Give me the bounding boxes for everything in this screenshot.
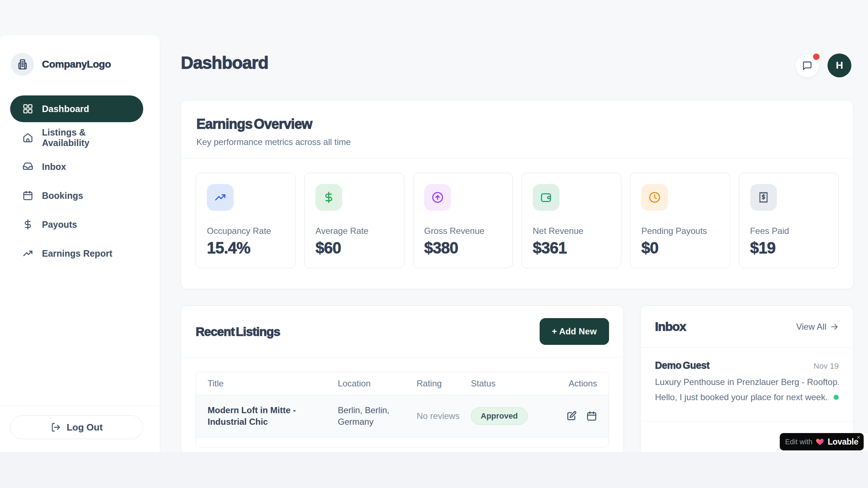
- earnings-title: Earnings Overview: [196, 116, 838, 132]
- sidebar-item-earnings-report[interactable]: Earnings Report: [10, 240, 143, 267]
- metric-net-revenue: Net Revenue $361: [522, 173, 621, 268]
- layout-grid-icon: [22, 103, 33, 114]
- arrow-right-icon: [830, 322, 839, 331]
- table-header-row: Title Location Rating Status Actions: [196, 372, 609, 395]
- sidebar-item-bookings[interactable]: Bookings: [10, 182, 143, 209]
- inbox-card: Inbox View All Demo Guest Nov 19 Luxury …: [640, 305, 854, 452]
- lovable-badge[interactable]: Edit with Lovable ×: [780, 433, 864, 450]
- app-viewport: CompanyLogo Dashboard Listings & Availab…: [0, 0, 868, 488]
- status-badge: Approved: [471, 407, 528, 425]
- column-header-status: Status: [471, 378, 558, 389]
- sidebar-spacer: [0, 267, 160, 406]
- trending-up-icon: [22, 248, 33, 259]
- sidebar-item-label: Bookings: [42, 191, 83, 201]
- arrow-up-circle-icon: [424, 184, 451, 211]
- message-date: Nov 19: [813, 361, 839, 371]
- earnings-subtitle: Key performance metrics across all time: [196, 137, 838, 147]
- logo-text: CompanyLogo: [42, 59, 111, 70]
- metric-label: Average Rate: [315, 226, 393, 236]
- sidebar-item-dashboard[interactable]: Dashboard: [10, 95, 143, 122]
- close-icon[interactable]: ×: [856, 434, 860, 441]
- metric-label: Fees Paid: [750, 226, 827, 236]
- recent-listings-header: Recent Listings + Add New: [181, 306, 624, 358]
- listing-location: Berlin, Berlin, Germany: [338, 404, 417, 428]
- metric-value: $361: [533, 239, 610, 257]
- column-header-rating: Rating: [417, 378, 471, 389]
- chat-bubble-icon: [802, 61, 812, 71]
- edit-icon[interactable]: [566, 411, 577, 421]
- metric-value: $380: [424, 239, 502, 257]
- unread-dot: [834, 395, 839, 400]
- listings-table: Title Location Rating Status Actions Mod…: [196, 372, 609, 448]
- metric-label: Occupancy Rate: [207, 226, 284, 236]
- sidebar-item-label: Listings & Availability: [42, 127, 131, 148]
- inbox-message-item[interactable]: Demo Guest Nov 19 Luxury Penthouse in Pr…: [641, 348, 853, 421]
- listing-status: Approved: [471, 407, 558, 425]
- inbox-icon: [22, 161, 33, 172]
- sidebar-item-label: Earnings Report: [42, 248, 112, 259]
- lovable-heart-icon: [816, 437, 824, 446]
- column-header-title: Title: [208, 378, 338, 389]
- sidebar-item-payouts[interactable]: Payouts: [10, 211, 143, 238]
- metrics-grid: Occupancy Rate 15.4% Average Rate $60 Gr…: [181, 158, 853, 283]
- wallet-icon: [533, 184, 559, 211]
- avatar[interactable]: H: [827, 53, 851, 77]
- metric-value: $19: [750, 239, 827, 257]
- sidebar-item-label: Payouts: [42, 219, 77, 230]
- calendar-icon: [22, 190, 33, 201]
- logout-button[interactable]: Log Out: [10, 415, 143, 439]
- metric-pending-payouts: Pending Payouts $0: [630, 173, 730, 268]
- sidebar: CompanyLogo Dashboard Listings & Availab…: [0, 35, 160, 452]
- metric-value: 15.4%: [207, 239, 284, 257]
- view-all-label: View All: [796, 322, 826, 332]
- clock-icon: [641, 184, 668, 211]
- edge-widget-sliver: [863, 432, 868, 451]
- logout-icon: [51, 422, 61, 432]
- metric-gross-revenue: Gross Revenue $380: [413, 173, 513, 268]
- bottom-band: [0, 452, 868, 488]
- notification-dot: [813, 53, 820, 60]
- add-new-button[interactable]: + Add New: [540, 318, 609, 345]
- page-title: Dashboard: [181, 53, 268, 73]
- chat-button[interactable]: [796, 54, 819, 77]
- recent-listings-title: Recent Listings: [196, 325, 280, 339]
- listing-actions: [566, 411, 597, 421]
- sidebar-item-label: Dashboard: [42, 104, 89, 114]
- logo: CompanyLogo: [11, 53, 149, 76]
- listing-title: Modern Loft in Mitte - Industrial Chic: [208, 404, 338, 428]
- metric-occupancy-rate: Occupancy Rate 15.4%: [196, 173, 295, 268]
- recent-listings-card: Recent Listings + Add New Title Location…: [181, 305, 624, 452]
- sidebar-nav: Dashboard Listings & Availability Inbox …: [10, 95, 143, 267]
- metric-value: $60: [315, 239, 393, 257]
- view-all-link[interactable]: View All: [796, 322, 839, 332]
- metric-label: Net Revenue: [533, 226, 610, 236]
- dollar-icon: [22, 219, 33, 230]
- logout-section: Log Out: [0, 406, 160, 452]
- home-icon: [22, 132, 33, 143]
- dollar-icon: [315, 184, 342, 211]
- listing-rating: No reviews: [417, 410, 471, 422]
- inbox-title: Inbox: [655, 320, 686, 334]
- inbox-header: Inbox View All: [641, 306, 853, 348]
- message-sender: Demo Guest: [655, 360, 710, 371]
- column-header-location: Location: [338, 378, 417, 389]
- company-logo-icon: [11, 53, 34, 76]
- metric-fees-paid: Fees Paid $19: [739, 173, 839, 268]
- message-preview-row: Hello, I just booked your place for next…: [655, 392, 839, 402]
- table-row: Modern Loft in Mitte - Industrial Chic B…: [196, 395, 609, 437]
- receipt-icon: [750, 184, 777, 211]
- sidebar-item-label: Inbox: [42, 162, 66, 172]
- logout-label: Log Out: [67, 422, 103, 433]
- message-subject: Luxury Penthouse in Prenzlauer Berg - Ro…: [655, 377, 839, 387]
- earnings-overview-card: Earnings Overview Key performance metric…: [181, 100, 854, 289]
- metric-label: Gross Revenue: [424, 226, 502, 236]
- message-preview: Hello, I just booked your place for next…: [655, 392, 829, 402]
- message-top-row: Demo Guest Nov 19: [655, 360, 839, 371]
- metric-label: Pending Payouts: [641, 226, 719, 236]
- lovable-prefix: Edit with: [785, 438, 813, 446]
- table-row: [196, 437, 609, 447]
- sidebar-item-listings[interactable]: Listings & Availability: [10, 124, 143, 151]
- calendar-icon[interactable]: [586, 411, 597, 421]
- sidebar-item-inbox[interactable]: Inbox: [10, 153, 143, 180]
- trending-up-icon: [207, 184, 234, 211]
